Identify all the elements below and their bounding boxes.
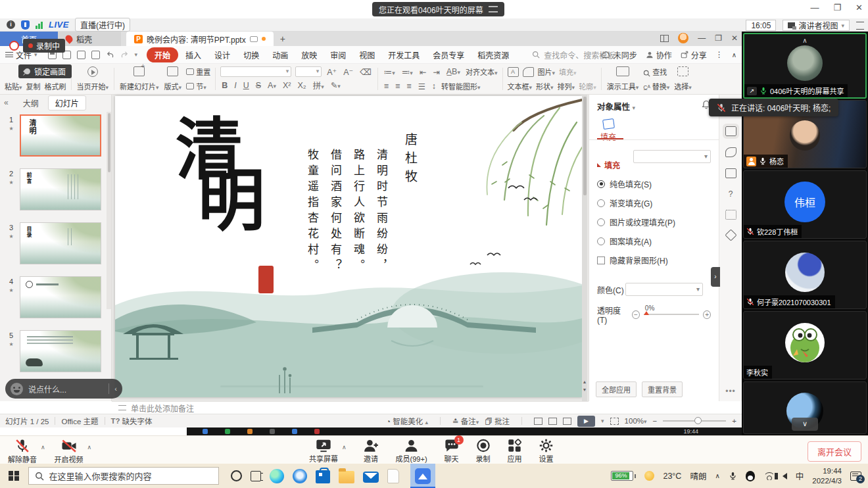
tab-slides[interactable]: 幻灯片 (48, 95, 86, 110)
account-avatar[interactable] (678, 33, 688, 43)
reading-view-icon[interactable] (563, 418, 571, 425)
zoom-out-button[interactable]: − (653, 417, 658, 425)
scroll-participants-button[interactable]: ∨ (792, 418, 818, 431)
wifi-icon[interactable] (763, 472, 774, 480)
font-color-button[interactable]: A▾ (266, 81, 277, 90)
participant-tile-weihuan[interactable]: 伟桓 钦228丁伟桓 (743, 170, 867, 239)
clock-date[interactable]: 19:44 2022/4/3 (812, 466, 842, 485)
missing-font-label[interactable]: 缺失字体 (122, 416, 153, 426)
start-button[interactable] (9, 471, 19, 481)
participant-tile-screen-share[interactable]: ∧ ↗ 0406叶天明的屏幕共享 (743, 33, 867, 99)
decrease-font-button[interactable]: A⁻ (342, 67, 354, 77)
thumbnails-scrollbar[interactable] (107, 112, 111, 309)
fit-slide-icon[interactable] (610, 418, 619, 425)
tab-start[interactable]: 开始 (147, 47, 178, 62)
slide-thumb-3[interactable]: 3 ★ 目录 (0, 222, 105, 268)
clear-format-button[interactable]: ⌫ (358, 67, 373, 77)
find-button[interactable]: 查找 (643, 66, 669, 77)
apply-all-button[interactable]: 全部应用 (596, 381, 637, 397)
meeting-info-icon[interactable]: i (7, 20, 15, 29)
textbox-button[interactable]: 文本框▾ (508, 81, 533, 91)
wps-minimize-button[interactable]: — (698, 34, 706, 43)
normal-view-icon[interactable] (534, 418, 542, 425)
replace-button[interactable]: C̲ᴬ 替换▾ (643, 81, 669, 91)
volume-icon[interactable] (783, 473, 787, 479)
align-text-button[interactable]: 对齐文本▾ (466, 66, 498, 77)
tab-transition[interactable]: 切换 (237, 47, 265, 62)
tab-developer[interactable]: 开发工具 (382, 47, 425, 62)
beautify-button[interactable]: ◔ 智能美化 ▴ (386, 416, 428, 426)
slide-thumb-1[interactable]: 1 ★ 清明 (0, 114, 105, 160)
weather-desc[interactable]: 晴朗 (690, 470, 706, 482)
collapse-chat-icon[interactable]: ‹ (114, 385, 117, 393)
zoom-slider[interactable] (663, 420, 726, 422)
unmute-button[interactable]: 解除静音 (8, 439, 37, 464)
weather-temp[interactable]: 23°C (663, 472, 681, 481)
play-options-icon[interactable]: ▾ (601, 418, 604, 424)
tab-docer[interactable]: 稻壳 (58, 32, 121, 46)
start-video-button[interactable]: 开启视频 (55, 439, 84, 464)
sync-status[interactable]: 未同步 (601, 49, 637, 61)
transparency-slider[interactable]: 0% (644, 314, 699, 315)
participant-tile-liqiushi[interactable]: 李秋实 (743, 311, 867, 379)
reset-background-button[interactable]: 重置背景 (642, 381, 683, 397)
format-painter-button[interactable]: 格式刷 (45, 81, 66, 91)
tab-insert[interactable]: 插入 (180, 47, 207, 62)
sorter-view-icon[interactable] (548, 418, 557, 425)
properties-icon[interactable] (725, 126, 736, 136)
tab-design[interactable]: 设计 (208, 47, 236, 62)
view-mode-select[interactable]: 演讲者视图 ▾ (783, 20, 850, 31)
notepad-icon[interactable] (387, 469, 399, 483)
paste-button[interactable]: 粘贴▾ (5, 81, 22, 91)
edge-browser-icon[interactable] (270, 469, 284, 483)
participant-tile-hezihao[interactable]: 何子豪2021070030301 (743, 241, 867, 309)
meeting-app-taskbar-icon[interactable] (410, 464, 435, 488)
underline-button[interactable]: U (242, 81, 251, 90)
new-slide-button[interactable]: 新建幻灯片▾ (117, 66, 162, 92)
superscript-button[interactable]: X² (281, 81, 293, 90)
start-from-page-button[interactable]: 当页开始▾ (74, 66, 112, 92)
checkbox-hide-background[interactable]: 隐藏背景图形(H) (597, 255, 711, 266)
tab-review[interactable]: 审阅 (324, 47, 352, 62)
minimize-button[interactable]: — (810, 3, 819, 12)
camera-options-icon[interactable]: ∧ (87, 444, 92, 451)
leave-meeting-button[interactable]: 离开会议 (808, 441, 861, 462)
print-icon[interactable] (77, 51, 85, 59)
fill-preset-select[interactable] (633, 150, 711, 163)
recording-indicator[interactable]: 录制中 (9, 39, 65, 53)
customize-toolbar-icon[interactable]: ▾ (135, 51, 138, 58)
font-size-select[interactable] (295, 66, 322, 77)
radio-solid-fill[interactable]: 纯色填充(S) (597, 178, 711, 189)
present-tools-button[interactable]: 演示工具▾ (604, 66, 642, 92)
collab-button[interactable]: 协作 (646, 49, 672, 61)
redo-icon[interactable] (120, 51, 129, 59)
chat-input-placeholder[interactable]: 说点什么... (28, 383, 66, 395)
reset-button[interactable]: 重置 (186, 66, 210, 77)
workspace-icon[interactable] (660, 35, 669, 42)
slide-scrollbar[interactable]: ▲ ▼ (582, 95, 587, 401)
chat-quick-bar[interactable]: 说点什么... ‹ (5, 379, 122, 399)
resources-icon[interactable] (725, 229, 736, 241)
pane-copy-icon[interactable] (725, 168, 736, 178)
subscript-button[interactable]: X₂ (296, 81, 307, 90)
wps-restore-button[interactable]: ❐ (715, 34, 722, 43)
close-button[interactable]: ✕ (856, 3, 863, 12)
weather-sun-icon[interactable] (644, 471, 654, 481)
decrease-indent-button[interactable]: ⇤ (418, 67, 427, 77)
align-right-icon[interactable]: ≡ (405, 82, 412, 91)
numbering-button[interactable]: ≕▾ (400, 67, 414, 77)
font-family-select[interactable] (220, 66, 291, 77)
more-tools-icon[interactable]: ••• (725, 387, 736, 396)
tab-view[interactable]: 视图 (353, 47, 381, 62)
scroll-down-icon[interactable]: ▼ (582, 387, 587, 392)
taskbar-search[interactable]: 在这里输入你要搜索的内容 (28, 467, 219, 485)
arrange-button[interactable]: 排列▾ (558, 81, 575, 91)
qq-icon[interactable] (746, 471, 755, 481)
new-tab-button[interactable]: + (274, 32, 292, 46)
record-button[interactable]: 录制 (476, 439, 491, 464)
align-left-icon[interactable]: ≡ (383, 82, 390, 91)
layout-button[interactable]: 版式▾ (162, 66, 185, 92)
fill-button[interactable]: 填充▾ (559, 66, 577, 77)
zoom-in-button[interactable]: + (732, 417, 736, 425)
section-button[interactable]: 节▾ (186, 81, 210, 91)
